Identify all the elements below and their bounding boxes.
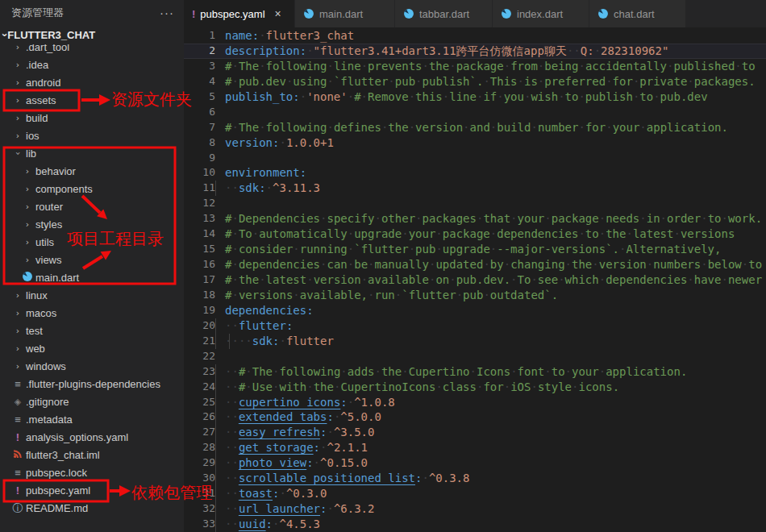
tree-item-label: assets [24, 94, 56, 106]
line-number: 8 [184, 135, 215, 151]
code-line-3[interactable]: 3#·The·following·line·prevents·the·packa… [184, 59, 766, 74]
tree-item--flutter-plugins-dependencies[interactable]: ≡.flutter-plugins-dependencies [0, 375, 184, 393]
tab-main-dart[interactable]: main.dart [295, 0, 394, 27]
chevron-right-icon: › [21, 219, 34, 230]
chevron-down-icon: › [0, 33, 11, 36]
tree-item--idea[interactable]: ›.idea [0, 56, 184, 73]
explorer-header: 资源管理器 ··· [0, 0, 184, 26]
code-line-32[interactable]: 32··url_launcher:·^6.3.2 [184, 501, 766, 517]
code-line-26[interactable]: 26··extended_tabs:·^5.0.0 [184, 409, 766, 425]
annotation-assets-label: 资源文件夹 [111, 90, 192, 108]
code-line-25[interactable]: 25··cupertino_icons:·^1.0.8 [184, 395, 766, 410]
line-number: 32 [184, 501, 215, 517]
code-line-28[interactable]: 28··get_storage:·^2.1.1 [184, 440, 766, 455]
tree-item-macos[interactable]: ›macos [0, 304, 184, 322]
chevron-right-icon: › [11, 361, 24, 372]
code-line-4[interactable]: 4#·pub.dev·using·`flutter·pub·publish`.·… [184, 74, 766, 89]
code-line-31[interactable]: 31··toast:·^0.3.0 [184, 486, 766, 501]
tree-item-linux[interactable]: ›linux [0, 286, 184, 304]
tree-item--gitignore[interactable]: ◈.gitignore [0, 393, 184, 410]
line-number: 10 [184, 165, 215, 181]
code-line-15[interactable]: 15#·consider·running·`flutter·pub·upgrad… [184, 242, 766, 257]
code-line-22[interactable]: 22 [184, 349, 766, 364]
chevron-right-icon: › [11, 60, 24, 70]
code-line-18[interactable]: 18#·versions·available,·run·`flutter·pub… [184, 288, 766, 303]
tree-item-views[interactable]: ›views [0, 251, 184, 268]
more-actions-icon[interactable]: ··· [160, 9, 174, 17]
tree-item-label: lib [24, 148, 36, 160]
tree-item-label: android [24, 77, 60, 89]
tree-item-web[interactable]: ›web [0, 339, 184, 357]
line-number: 16 [184, 257, 215, 272]
code-line-13[interactable]: 13#·Dependencies·specify·other·packages·… [184, 211, 766, 227]
line-number: 7 [184, 120, 215, 135]
tree-item-components[interactable]: ›components [0, 180, 184, 197]
code-line-10[interactable]: 10environment: [184, 165, 766, 181]
chevron-right-icon: › [11, 95, 24, 106]
code-line-21[interactable]: 21····sdk:·flutter [184, 334, 766, 349]
tree-item-android[interactable]: ›android [0, 73, 184, 91]
tree-item-label: build [24, 112, 48, 124]
code-line-11[interactable]: 11··sdk:·^3.11.3 [184, 181, 766, 196]
tree-item-pubspec-lock[interactable]: ≡pubspec.lock [0, 463, 184, 481]
code-line-8[interactable]: 8version:·1.0.0+1 [184, 135, 766, 151]
tree-item-label: .idea [24, 59, 48, 71]
line-number: 20 [184, 318, 215, 334]
code-area[interactable]: 1name:·flutter3_chat2description:·"flutt… [184, 27, 766, 532]
tree-item-lib[interactable]: ›lib [0, 144, 184, 162]
file-tree: ›.dart_tool›.idea›android›assets›build›i… [0, 38, 184, 517]
code-line-29[interactable]: 29··photo_view:·^0.15.0 [184, 455, 766, 471]
code-line-9[interactable]: 9 [184, 151, 766, 166]
code-line-19[interactable]: 19dependencies: [184, 303, 766, 318]
tab-pubspec-yaml[interactable]: !pubspec.yaml× [184, 0, 294, 27]
tree-root-flutter3-chat[interactable]: › FLUTTER3_CHAT [0, 26, 184, 44]
tab-label: main.dart [319, 8, 363, 20]
tab-index-dart[interactable]: index.dart [493, 0, 589, 27]
tree-item-label: .metadata [24, 414, 73, 426]
tree-item-main-dart[interactable]: main.dart [0, 268, 184, 286]
list-lines-icon: ≡ [15, 378, 21, 390]
tree-item-label: linux [24, 289, 48, 301]
tree-item-test[interactable]: ›test [0, 322, 184, 339]
tree-item-label: windows [24, 360, 66, 372]
code-line-16[interactable]: 16#·dependencies·can·be·manually·updated… [184, 257, 766, 272]
code-line-20[interactable]: 20··flutter: [184, 318, 766, 334]
line-number: 27 [184, 425, 215, 440]
line-number: 21 [184, 334, 215, 349]
line-number: 26 [184, 409, 215, 425]
tree-item--metadata[interactable]: ≡.metadata [0, 410, 184, 428]
tree-item-flutter3-chat-iml[interactable]: flutter3_chat.iml [0, 446, 184, 463]
tree-item-ios[interactable]: ›ios [0, 127, 184, 144]
code-line-14[interactable]: 14#·To·automatically·upgrade·your·packag… [184, 227, 766, 242]
code-line-1[interactable]: 1name:·flutter3_chat [184, 28, 766, 44]
tree-item-label: .flutter-plugins-dependencies [24, 378, 160, 390]
tree-item-windows[interactable]: ›windows [0, 357, 184, 375]
dart-icon [597, 8, 609, 19]
info-circle-icon: ⓘ [13, 502, 23, 514]
code-line-6[interactable]: 6 [184, 105, 766, 120]
line-number: 4 [184, 74, 215, 89]
tree-item-router[interactable]: ›router [0, 197, 184, 215]
explorer-title: 资源管理器 [11, 6, 64, 20]
yaml-exclamation-icon: ! [192, 8, 195, 20]
code-line-23[interactable]: 23··#·The·following·adds·the·Cupertino·I… [184, 364, 766, 380]
code-line-5[interactable]: 5publish_to:·'none'·#·Remove·this·line·i… [184, 89, 766, 105]
close-icon[interactable]: × [272, 7, 285, 20]
code-line-33[interactable]: 33··uuid:·^4.5.3 [184, 517, 766, 532]
code-line-27[interactable]: 27··easy_refresh:·^3.5.0 [184, 425, 766, 440]
tab-tabbar-dart[interactable]: tabbar.dart [395, 0, 492, 27]
code-line-7[interactable]: 7#·The·following·defines·the·version·and… [184, 120, 766, 135]
code-line-2[interactable]: 2description:·"flutter3.41+dart3.11跨平台仿微… [184, 44, 766, 59]
code-line-30[interactable]: 30··scrollable_positioned_list:·^0.3.8 [184, 471, 766, 486]
chevron-right-icon: › [11, 326, 24, 336]
dart-icon [403, 8, 414, 19]
dart-icon [22, 271, 33, 282]
code-line-12[interactable]: 12 [184, 196, 766, 211]
tab-chat-dart[interactable]: chat.dart [589, 0, 685, 27]
tree-item-label: behavior [34, 165, 76, 177]
tree-item-analysis-options-yaml[interactable]: !analysis_options.yaml [0, 428, 184, 446]
code-line-17[interactable]: 17#·the·latest·version·available·on·pub.… [184, 272, 766, 288]
tree-item-build[interactable]: ›build [0, 109, 184, 127]
tree-item-behavior[interactable]: ›behavior [0, 162, 184, 180]
code-line-24[interactable]: 24··#·Use·with·the·CupertinoIcons·class·… [184, 380, 766, 395]
